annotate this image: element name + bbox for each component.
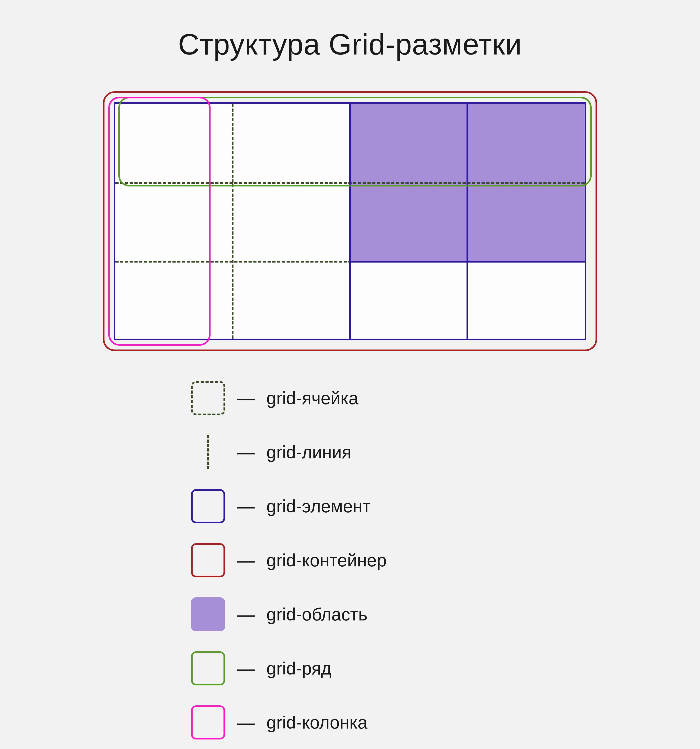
- grid-line-vertical: [232, 104, 234, 339]
- grid-element: [114, 102, 586, 340]
- legend-label: grid-область: [266, 604, 367, 625]
- legend-item-element: — grid-элемент: [191, 489, 525, 523]
- column-icon: [191, 705, 225, 740]
- legend-dash: —: [237, 496, 255, 517]
- legend-item-line: — grid-линия: [191, 435, 525, 469]
- legend-label: grid-контейнер: [266, 550, 387, 571]
- legend-dash: —: [237, 388, 255, 408]
- legend-label: grid-линия: [266, 442, 352, 463]
- area-icon: [191, 597, 225, 631]
- legend-label: grid-элемент: [266, 496, 371, 517]
- legend-dash: —: [237, 442, 255, 463]
- legend-item-area: — grid-область: [191, 597, 525, 631]
- legend-dash: —: [237, 658, 255, 679]
- element-icon: [191, 489, 225, 523]
- legend-item-column: — grid-колонка: [191, 705, 525, 740]
- cell-icon: [191, 381, 225, 415]
- legend-label: grid-колонка: [266, 712, 367, 733]
- legend-dash: —: [237, 604, 255, 625]
- legend-dash: —: [237, 712, 255, 733]
- page-title: Структура Grid-разметки: [0, 27, 700, 61]
- legend: — grid-ячейка — grid-линия — grid-элемен…: [175, 381, 525, 740]
- grid-element-divider-vertical: [466, 104, 468, 339]
- grid-diagram: [114, 102, 586, 340]
- legend-label: grid-ряд: [266, 658, 332, 679]
- legend-label: grid-ячейка: [266, 388, 358, 408]
- line-icon: [191, 435, 225, 469]
- container-icon: [191, 543, 225, 577]
- legend-dash: —: [237, 550, 255, 571]
- legend-item-container: — grid-контейнер: [191, 543, 525, 577]
- legend-item-row: — grid-ряд: [191, 651, 525, 685]
- row-icon: [191, 651, 225, 685]
- grid-element-divider-horizontal: [350, 261, 585, 263]
- grid-element-divider-vertical: [349, 104, 351, 339]
- legend-item-cell: — grid-ячейка: [191, 381, 525, 415]
